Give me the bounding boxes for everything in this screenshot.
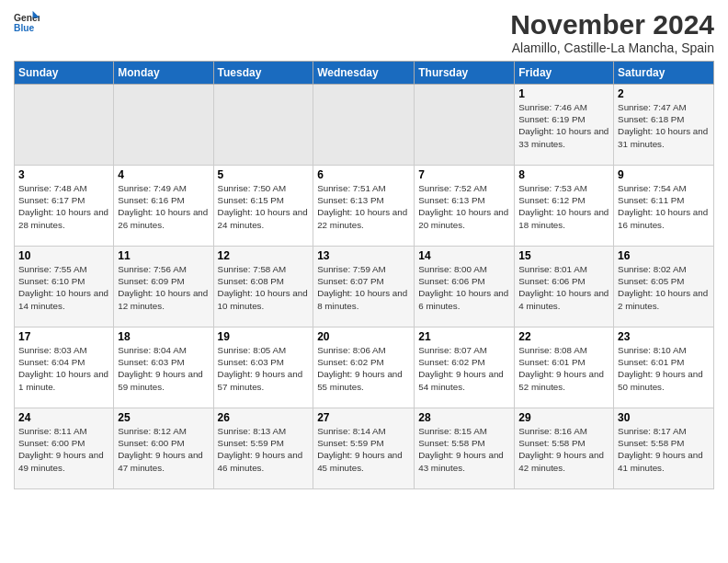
day-number: 3 (18, 168, 109, 181)
day-number: 13 (317, 249, 410, 262)
day-number: 30 (618, 411, 710, 424)
logo-icon: General Blue (14, 9, 40, 35)
table-row (114, 85, 213, 166)
table-row: 17Sunrise: 8:03 AM Sunset: 6:04 PM Dayli… (15, 327, 114, 408)
day-number: 19 (218, 330, 310, 343)
day-number: 28 (418, 411, 510, 424)
col-sunday: Sunday (15, 62, 114, 85)
day-info: Sunrise: 8:17 AM Sunset: 5:58 PM Dayligh… (618, 425, 710, 474)
day-number: 1 (518, 87, 609, 100)
table-row: 23Sunrise: 8:10 AM Sunset: 6:01 PM Dayli… (614, 327, 714, 408)
day-number: 14 (418, 249, 510, 262)
day-number: 18 (118, 330, 209, 343)
day-number: 15 (518, 249, 609, 262)
day-info: Sunrise: 8:03 AM Sunset: 6:04 PM Dayligh… (18, 344, 109, 393)
col-monday: Monday (114, 62, 213, 85)
day-number: 5 (218, 168, 310, 181)
day-info: Sunrise: 7:50 AM Sunset: 6:15 PM Dayligh… (218, 182, 310, 231)
day-number: 7 (418, 168, 510, 181)
day-info: Sunrise: 7:59 AM Sunset: 6:07 PM Dayligh… (317, 263, 410, 312)
table-row: 7Sunrise: 7:52 AM Sunset: 6:13 PM Daylig… (415, 166, 515, 247)
table-row: 28Sunrise: 8:15 AM Sunset: 5:58 PM Dayli… (415, 408, 515, 489)
day-info: Sunrise: 8:06 AM Sunset: 6:02 PM Dayligh… (317, 344, 410, 393)
col-tuesday: Tuesday (213, 62, 313, 85)
day-info: Sunrise: 8:12 AM Sunset: 6:00 PM Dayligh… (118, 425, 209, 474)
day-info: Sunrise: 8:13 AM Sunset: 5:59 PM Dayligh… (218, 425, 310, 474)
col-thursday: Thursday (415, 62, 515, 85)
logo: General Blue (14, 9, 41, 35)
table-row: 29Sunrise: 8:16 AM Sunset: 5:58 PM Dayli… (515, 408, 614, 489)
calendar-week-row: 17Sunrise: 8:03 AM Sunset: 6:04 PM Dayli… (15, 327, 714, 408)
table-row (213, 85, 313, 166)
table-row: 30Sunrise: 8:17 AM Sunset: 5:58 PM Dayli… (614, 408, 714, 489)
calendar-week-row: 3Sunrise: 7:48 AM Sunset: 6:17 PM Daylig… (15, 166, 714, 247)
table-row: 10Sunrise: 7:55 AM Sunset: 6:10 PM Dayli… (15, 247, 114, 327)
day-number: 10 (18, 249, 109, 262)
svg-text:Blue: Blue (14, 23, 35, 33)
calendar-week-row: 10Sunrise: 7:55 AM Sunset: 6:10 PM Dayli… (15, 247, 714, 327)
table-row: 18Sunrise: 8:04 AM Sunset: 6:03 PM Dayli… (114, 327, 213, 408)
table-row: 19Sunrise: 8:05 AM Sunset: 6:03 PM Dayli… (213, 327, 313, 408)
calendar-week-row: 24Sunrise: 8:11 AM Sunset: 6:00 PM Dayli… (15, 408, 714, 489)
day-info: Sunrise: 8:07 AM Sunset: 6:02 PM Dayligh… (418, 344, 510, 393)
day-info: Sunrise: 7:56 AM Sunset: 6:09 PM Dayligh… (118, 263, 209, 312)
col-friday: Friday (515, 62, 614, 85)
day-info: Sunrise: 8:05 AM Sunset: 6:03 PM Dayligh… (218, 344, 310, 393)
table-row: 24Sunrise: 8:11 AM Sunset: 6:00 PM Dayli… (15, 408, 114, 489)
table-row: 2Sunrise: 7:47 AM Sunset: 6:18 PM Daylig… (614, 85, 714, 166)
day-info: Sunrise: 8:04 AM Sunset: 6:03 PM Dayligh… (118, 344, 209, 393)
table-row: 16Sunrise: 8:02 AM Sunset: 6:05 PM Dayli… (614, 247, 714, 327)
col-saturday: Saturday (614, 62, 714, 85)
day-number: 9 (618, 168, 710, 181)
day-number: 22 (518, 330, 609, 343)
day-info: Sunrise: 7:48 AM Sunset: 6:17 PM Dayligh… (18, 182, 109, 231)
day-info: Sunrise: 8:14 AM Sunset: 5:59 PM Dayligh… (317, 425, 410, 474)
table-row (15, 85, 114, 166)
table-row: 25Sunrise: 8:12 AM Sunset: 6:00 PM Dayli… (114, 408, 213, 489)
table-row: 13Sunrise: 7:59 AM Sunset: 6:07 PM Dayli… (313, 247, 415, 327)
day-info: Sunrise: 8:01 AM Sunset: 6:06 PM Dayligh… (518, 263, 609, 312)
month-title: November 2024 (510, 9, 714, 40)
day-info: Sunrise: 7:54 AM Sunset: 6:11 PM Dayligh… (618, 182, 710, 231)
day-number: 12 (218, 249, 310, 262)
day-number: 11 (118, 249, 209, 262)
day-info: Sunrise: 7:53 AM Sunset: 6:12 PM Dayligh… (518, 182, 609, 231)
day-info: Sunrise: 8:15 AM Sunset: 5:58 PM Dayligh… (418, 425, 510, 474)
table-row: 5Sunrise: 7:50 AM Sunset: 6:15 PM Daylig… (213, 166, 313, 247)
day-number: 21 (418, 330, 510, 343)
day-info: Sunrise: 8:02 AM Sunset: 6:05 PM Dayligh… (618, 263, 710, 312)
day-number: 4 (118, 168, 209, 181)
day-info: Sunrise: 7:46 AM Sunset: 6:19 PM Dayligh… (518, 101, 609, 150)
day-number: 24 (18, 411, 109, 424)
table-row: 22Sunrise: 8:08 AM Sunset: 6:01 PM Dayli… (515, 327, 614, 408)
title-block: November 2024 Alamillo, Castille-La Manc… (510, 9, 714, 55)
day-number: 2 (618, 87, 710, 100)
table-row (415, 85, 515, 166)
table-row: 15Sunrise: 8:01 AM Sunset: 6:06 PM Dayli… (515, 247, 614, 327)
table-row: 11Sunrise: 7:56 AM Sunset: 6:09 PM Dayli… (114, 247, 213, 327)
table-row: 14Sunrise: 8:00 AM Sunset: 6:06 PM Dayli… (415, 247, 515, 327)
day-info: Sunrise: 7:51 AM Sunset: 6:13 PM Dayligh… (317, 182, 410, 231)
table-row: 8Sunrise: 7:53 AM Sunset: 6:12 PM Daylig… (515, 166, 614, 247)
day-info: Sunrise: 8:00 AM Sunset: 6:06 PM Dayligh… (418, 263, 510, 312)
table-row: 12Sunrise: 7:58 AM Sunset: 6:08 PM Dayli… (213, 247, 313, 327)
day-number: 27 (317, 411, 410, 424)
header: General Blue November 2024 Alamillo, Cas… (14, 9, 714, 55)
day-number: 16 (618, 249, 710, 262)
day-number: 26 (218, 411, 310, 424)
day-number: 29 (518, 411, 609, 424)
day-number: 6 (317, 168, 410, 181)
day-number: 23 (618, 330, 710, 343)
day-info: Sunrise: 7:47 AM Sunset: 6:18 PM Dayligh… (618, 101, 710, 150)
table-row: 21Sunrise: 8:07 AM Sunset: 6:02 PM Dayli… (415, 327, 515, 408)
day-info: Sunrise: 8:11 AM Sunset: 6:00 PM Dayligh… (18, 425, 109, 474)
table-row: 9Sunrise: 7:54 AM Sunset: 6:11 PM Daylig… (614, 166, 714, 247)
day-number: 20 (317, 330, 410, 343)
day-number: 8 (518, 168, 609, 181)
table-row (313, 85, 415, 166)
location-subtitle: Alamillo, Castille-La Mancha, Spain (510, 40, 714, 55)
calendar-header-row: Sunday Monday Tuesday Wednesday Thursday… (15, 62, 714, 85)
table-row: 4Sunrise: 7:49 AM Sunset: 6:16 PM Daylig… (114, 166, 213, 247)
day-number: 17 (18, 330, 109, 343)
table-row: 26Sunrise: 8:13 AM Sunset: 5:59 PM Dayli… (213, 408, 313, 489)
